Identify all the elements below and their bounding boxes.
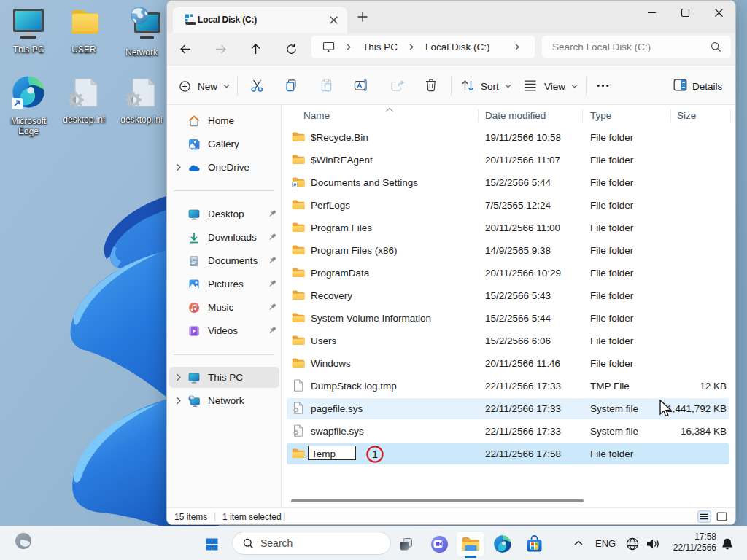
svg-text:1: 1: [372, 448, 378, 460]
